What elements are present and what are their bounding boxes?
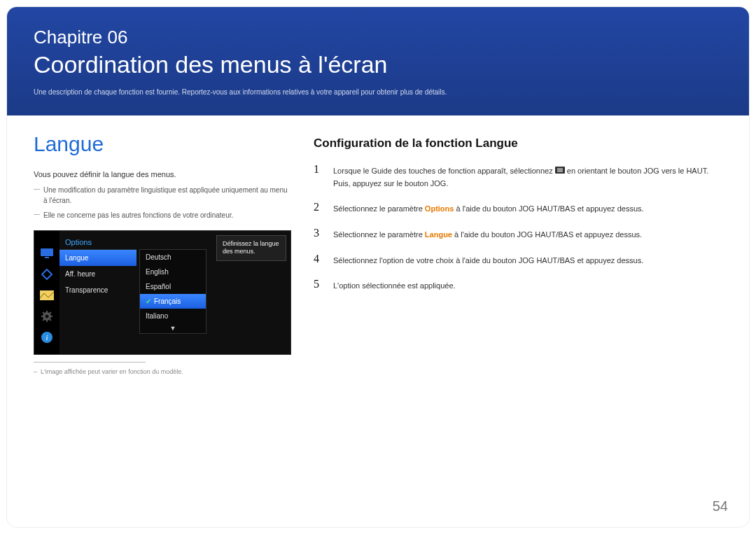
step-2: 2 Sélectionnez le paramètre Options à l'… <box>314 201 722 216</box>
osd-menu-item: Aff. heure <box>59 266 136 282</box>
step-text: Lorsque le Guide des touches de fonction… <box>333 163 722 190</box>
svg-point-5 <box>46 314 49 318</box>
chevron-down-icon: ▼ <box>140 323 206 333</box>
langue-note-2: Elle ne concerne pas les autres fonction… <box>34 210 293 220</box>
step-text-pre: Sélectionnez le paramètre <box>333 204 425 213</box>
chapter-title: Coordination des menus à l'écran <box>34 51 722 78</box>
osd-tooltip: Définissez la langue des menus. <box>216 235 286 261</box>
osd-main-panel: Options Langue Aff. heure Transparence D… <box>59 231 290 354</box>
gear-icon <box>39 309 55 323</box>
langue-note-1: Une modification du paramètre linguistiq… <box>34 185 293 206</box>
step-5: 5 L'option sélectionnée est appliquée. <box>314 278 722 293</box>
svg-rect-0 <box>41 248 53 256</box>
svg-line-11 <box>50 319 51 321</box>
step-option: Options <box>425 204 454 213</box>
osd-sub-item-label: Français <box>154 297 181 305</box>
menu-icon <box>555 165 565 178</box>
right-column: Configuration de la fonction Langue 1 Lo… <box>314 132 722 375</box>
manual-page: Chapitre 06 Coordination des menus à l'é… <box>7 7 749 527</box>
langue-intro: Vous pouvez définir la langue des menus. <box>34 169 293 181</box>
osd-sub-item: Italiano <box>140 309 206 323</box>
footnote-divider <box>34 362 146 363</box>
step-number: 5 <box>314 278 323 293</box>
step-number: 3 <box>314 227 323 241</box>
step-text: L'option sélectionnée est appliquée. <box>333 278 456 293</box>
svg-line-10 <box>43 312 44 314</box>
page-number: 54 <box>713 498 728 514</box>
step-text: Sélectionnez l'option de votre choix à l… <box>333 253 643 267</box>
osd-menu-header: Options <box>59 234 136 250</box>
svg-line-12 <box>43 319 44 321</box>
info-icon: i <box>39 330 55 344</box>
osd-sub-item: Deutsch <box>140 250 206 265</box>
osd-screenshot: i Options Langue Aff. heure Transparence… <box>34 230 291 355</box>
step-4: 4 Sélectionnez l'option de votre choix à… <box>314 253 722 267</box>
osd-sub-item-selected: ✓ Français <box>140 294 206 309</box>
step-text: Sélectionnez le paramètre Langue à l'aid… <box>333 227 642 241</box>
svg-marker-2 <box>42 269 52 279</box>
section-title-langue: Langue <box>34 132 293 156</box>
step-number: 1 <box>314 163 323 190</box>
step-text-post: à l'aide du bouton JOG HAUT/BAS et appuy… <box>454 230 642 239</box>
step-1: 1 Lorsque le Guide des touches de foncti… <box>314 163 722 190</box>
osd-menu-list: Options Langue Aff. heure Transparence <box>59 231 136 354</box>
chapter-label: Chapitre 06 <box>34 27 722 48</box>
step-text-post: à l'aide du bouton JOG HAUT/BAS et appuy… <box>456 204 643 213</box>
step-text-pre: Lorsque le Guide des touches de fonction… <box>333 167 555 175</box>
step-3: 3 Sélectionnez le paramètre Langue à l'a… <box>314 227 722 241</box>
step-number: 4 <box>314 253 323 267</box>
osd-menu-item: Transparence <box>59 282 136 298</box>
svg-line-13 <box>50 312 51 314</box>
svg-rect-1 <box>45 257 49 258</box>
chapter-description: Une description de chaque fonction est f… <box>34 88 722 96</box>
footnote-text: L'image affichée peut varier en fonction… <box>34 368 293 375</box>
osd-menu-item: Langue <box>59 250 136 266</box>
svg-text:i: i <box>46 333 48 342</box>
config-title: Configuration de la fonction Langue <box>314 136 722 150</box>
check-icon: ✓ <box>146 297 151 305</box>
osd-sub-item: Español <box>140 279 206 294</box>
chapter-header: Chapitre 06 Coordination des menus à l'é… <box>7 7 749 115</box>
picture-icon <box>39 288 55 302</box>
monitor-icon <box>39 246 55 260</box>
step-number: 2 <box>314 201 323 216</box>
step-text-pre: Sélectionnez le paramètre <box>333 230 425 239</box>
steps-list: 1 Lorsque le Guide des touches de foncti… <box>314 163 722 293</box>
osd-sub-item: English <box>140 265 206 279</box>
diamond-icon <box>39 267 55 281</box>
osd-sidebar-icons: i <box>34 231 59 354</box>
left-column: Langue Vous pouvez définir la langue des… <box>34 132 293 375</box>
step-option: Langue <box>425 230 452 239</box>
content-area: Langue Vous pouvez définir la langue des… <box>7 115 749 375</box>
step-text: Sélectionnez le paramètre Options à l'ai… <box>333 201 644 216</box>
osd-submenu: Deutsch English Español ✓ Français Itali… <box>139 249 206 334</box>
